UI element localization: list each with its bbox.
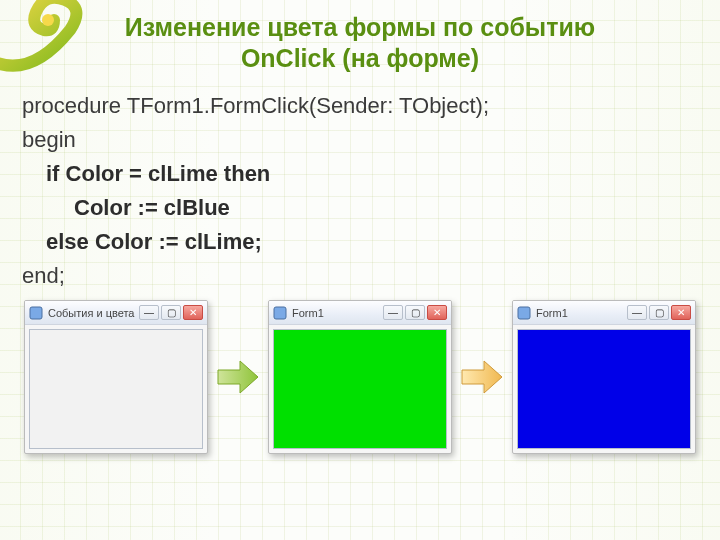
app-icon: [517, 306, 531, 320]
code-line: procedure TForm1.FormClick(Sender: TObje…: [22, 89, 702, 123]
app-icon: [29, 306, 43, 320]
arrow-icon: [460, 355, 504, 399]
close-button[interactable]: ✕: [671, 305, 691, 320]
close-button[interactable]: ✕: [183, 305, 203, 320]
window-caption: События и цвета: [48, 307, 139, 319]
window-caption: Form1: [536, 307, 627, 319]
code-line: end;: [22, 259, 702, 293]
window-blue: Form1 — ▢ ✕: [512, 300, 696, 454]
form-client-area[interactable]: [517, 329, 691, 449]
minimize-button[interactable]: —: [627, 305, 647, 320]
svg-rect-9: [518, 307, 530, 319]
svg-rect-7: [30, 307, 42, 319]
form-client-area[interactable]: [273, 329, 447, 449]
window-buttons: — ▢ ✕: [139, 305, 203, 320]
slide-title: Изменение цвета формы по событию OnClick…: [0, 0, 720, 81]
titlebar: Form1 — ▢ ✕: [269, 301, 451, 325]
code-block: procedure TForm1.FormClick(Sender: TObje…: [0, 81, 720, 294]
svg-rect-8: [274, 307, 286, 319]
title-line-1: Изменение цвета формы по событию: [125, 13, 595, 41]
minimize-button[interactable]: —: [383, 305, 403, 320]
window-lime: Form1 — ▢ ✕: [268, 300, 452, 454]
maximize-button[interactable]: ▢: [649, 305, 669, 320]
app-icon: [273, 306, 287, 320]
maximize-button[interactable]: ▢: [405, 305, 425, 320]
maximize-button[interactable]: ▢: [161, 305, 181, 320]
window-default: События и цвета — ▢ ✕: [24, 300, 208, 454]
titlebar: События и цвета — ▢ ✕: [25, 301, 207, 325]
code-line: else Color := clLime;: [22, 225, 702, 259]
arrow-icon: [216, 355, 260, 399]
window-row: События и цвета — ▢ ✕ Form1: [24, 300, 696, 454]
window-buttons: — ▢ ✕: [383, 305, 447, 320]
window-caption: Form1: [292, 307, 383, 319]
slide: Изменение цвета формы по событию OnClick…: [0, 0, 720, 540]
titlebar: Form1 — ▢ ✕: [513, 301, 695, 325]
code-line: if Color = clLime then: [22, 157, 702, 191]
close-button[interactable]: ✕: [427, 305, 447, 320]
window-buttons: — ▢ ✕: [627, 305, 691, 320]
form-client-area[interactable]: [29, 329, 203, 449]
code-line: begin: [22, 123, 702, 157]
minimize-button[interactable]: —: [139, 305, 159, 320]
title-line-2: OnClick (на форме): [241, 44, 479, 72]
code-line: Color := clBlue: [22, 191, 702, 225]
